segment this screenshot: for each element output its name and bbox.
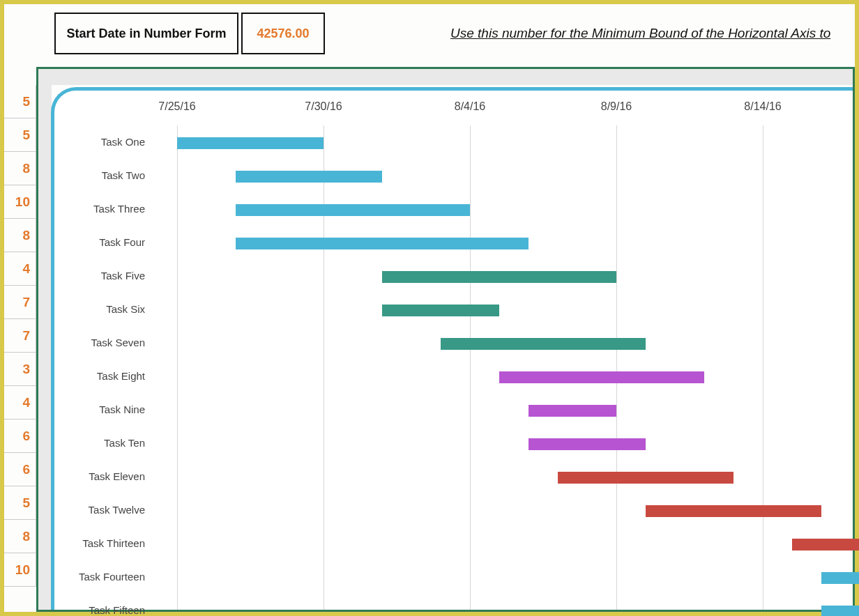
row-number-cell[interactable]: 8: [4, 520, 36, 553]
start-date-value-cell[interactable]: 42576.00: [241, 13, 325, 54]
row-number-cell[interactable]: 6: [4, 419, 36, 453]
chart-object[interactable]: 7/25/167/30/168/4/168/9/168/14/16 Task O…: [36, 67, 855, 612]
gantt-bar[interactable]: [558, 472, 733, 484]
gantt-row: Task Twelve: [54, 493, 853, 527]
gantt-row: Task Three: [54, 192, 853, 226]
row-number-cell[interactable]: 4: [4, 386, 36, 419]
task-label: Task Four: [54, 226, 145, 259]
chart-plot-area: 7/25/167/30/168/4/168/9/168/14/16 Task O…: [51, 87, 853, 610]
task-label: Task Thirteen: [54, 527, 145, 560]
gantt-bar[interactable]: [382, 271, 616, 283]
gantt-bar[interactable]: [646, 505, 821, 517]
gantt-rows: Task OneTask TwoTask ThreeTask FourTask …: [54, 125, 853, 616]
row-number-cell[interactable]: 5: [4, 486, 36, 520]
gantt-bar[interactable]: [499, 371, 704, 383]
row-number-cell[interactable]: 5: [4, 118, 36, 152]
row-number-cell[interactable]: 10: [4, 185, 36, 219]
gantt-bar[interactable]: [821, 572, 859, 584]
task-label: Task Six: [54, 293, 145, 326]
row-number-cell[interactable]: 6: [4, 453, 36, 486]
gantt-bar[interactable]: [529, 438, 646, 450]
row-number-cell[interactable]: 10: [4, 553, 36, 587]
gantt-bar[interactable]: [441, 338, 646, 350]
row-number-cell[interactable]: 7: [4, 286, 36, 319]
task-label: Task Five: [54, 259, 145, 293]
x-axis-tick-label: 7/30/16: [305, 100, 342, 113]
row-number-cell[interactable]: 8: [4, 152, 36, 185]
task-label: Task Seven: [54, 326, 145, 360]
x-axis-tick-label: 8/9/16: [601, 100, 632, 113]
row-number-cell[interactable]: 3: [4, 353, 36, 386]
gantt-bar[interactable]: [236, 238, 529, 249]
gantt-row: Task Nine: [54, 393, 853, 426]
task-label: Task Fifteen: [54, 594, 145, 616]
gantt-row: Task Four: [54, 226, 853, 259]
x-axis-tick-label: 8/4/16: [455, 100, 485, 113]
row-number-cell[interactable]: 7: [4, 319, 36, 353]
gantt-row: Task Eight: [54, 360, 853, 393]
task-label: Task Two: [54, 159, 145, 192]
gantt-row: Task Seven: [54, 326, 853, 360]
axis-hint-text: Use this number for the Minimum Bound of…: [450, 13, 855, 54]
gantt-bar[interactable]: [529, 405, 616, 417]
task-label: Task Nine: [54, 393, 145, 426]
gantt-bar[interactable]: [236, 204, 470, 216]
header-row: Start Date in Number Form 42576.00 Use t…: [39, 13, 855, 59]
gantt-row: Task Five: [54, 259, 853, 293]
gantt-row: Task Two: [54, 159, 853, 192]
gantt-row: Task Thirteen: [54, 527, 853, 560]
worksheet-area: 55810847734665810 7/25/167/30/168/4/168/…: [4, 67, 855, 612]
gantt-row: Task Fourteen: [54, 560, 853, 594]
row-number-cell[interactable]: 4: [4, 252, 36, 286]
row-number-column: 55810847734665810: [4, 85, 36, 587]
gantt-row: Task One: [54, 125, 853, 159]
gantt-row: Task Fifteen: [54, 594, 853, 616]
gantt-row: Task Six: [54, 293, 853, 326]
start-date-label-cell[interactable]: Start Date in Number Form: [54, 13, 238, 54]
x-axis-tick-label: 8/14/16: [744, 100, 781, 113]
gantt-bar[interactable]: [177, 137, 324, 149]
task-label: Task Fourteen: [54, 560, 145, 594]
row-number-cell[interactable]: 8: [4, 219, 36, 252]
task-label: Task Eleven: [54, 460, 145, 493]
row-number-cell[interactable]: 5: [4, 85, 36, 118]
gantt-bar[interactable]: [792, 539, 859, 550]
x-axis: 7/25/167/30/168/4/168/9/168/14/16: [79, 98, 853, 121]
x-axis-tick-label: 7/25/16: [158, 100, 195, 113]
gantt-bar[interactable]: [382, 305, 499, 316]
task-label: Task Eight: [54, 360, 145, 393]
gantt-bar[interactable]: [236, 171, 382, 183]
app-window: Start Date in Number Form 42576.00 Use t…: [0, 0, 859, 616]
task-label: Task Ten: [54, 426, 145, 460]
gantt-row: Task Ten: [54, 426, 853, 460]
gantt-bar[interactable]: [821, 606, 859, 616]
task-label: Task Three: [54, 192, 145, 226]
task-label: Task One: [54, 125, 145, 159]
gantt-row: Task Eleven: [54, 460, 853, 493]
task-label: Task Twelve: [54, 493, 145, 527]
